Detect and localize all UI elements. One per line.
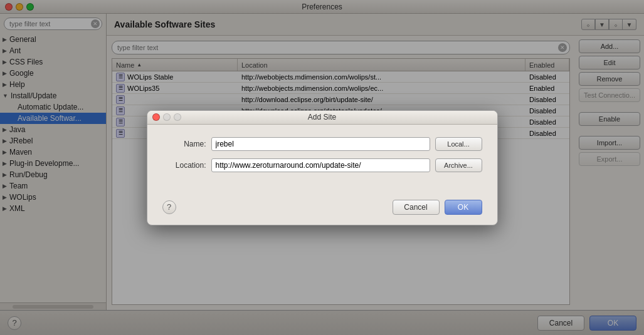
modal-title: Add Site xyxy=(308,113,336,121)
modal-overlay: Add Site Name: Local... Location: Archiv… xyxy=(0,0,644,335)
modal-close-button[interactable] xyxy=(152,113,160,121)
modal-help-button[interactable]: ? xyxy=(162,200,176,214)
name-label: Name: xyxy=(162,140,206,148)
modal-footer: ? Cancel OK xyxy=(147,192,497,225)
modal-ok-button[interactable]: OK xyxy=(445,200,482,215)
modal-cancel-button[interactable]: Cancel xyxy=(393,200,440,215)
modal-name-field: Name: Local... xyxy=(162,137,482,151)
location-label: Location: xyxy=(162,161,206,170)
add-site-modal: Add Site Name: Local... Location: Archiv… xyxy=(147,110,498,225)
name-input[interactable] xyxy=(211,137,430,151)
modal-location-field: Location: Archive... xyxy=(162,158,482,172)
modal-titlebar: Add Site xyxy=(147,111,497,125)
archive-button[interactable]: Archive... xyxy=(435,158,482,172)
modal-actions: Cancel OK xyxy=(393,200,482,215)
modal-max-button xyxy=(174,113,181,121)
location-input[interactable] xyxy=(211,158,430,172)
modal-window-controls[interactable] xyxy=(152,113,181,121)
modal-min-button xyxy=(163,113,171,121)
modal-body: Name: Local... Location: Archive... xyxy=(147,125,497,192)
local-button[interactable]: Local... xyxy=(435,137,482,151)
